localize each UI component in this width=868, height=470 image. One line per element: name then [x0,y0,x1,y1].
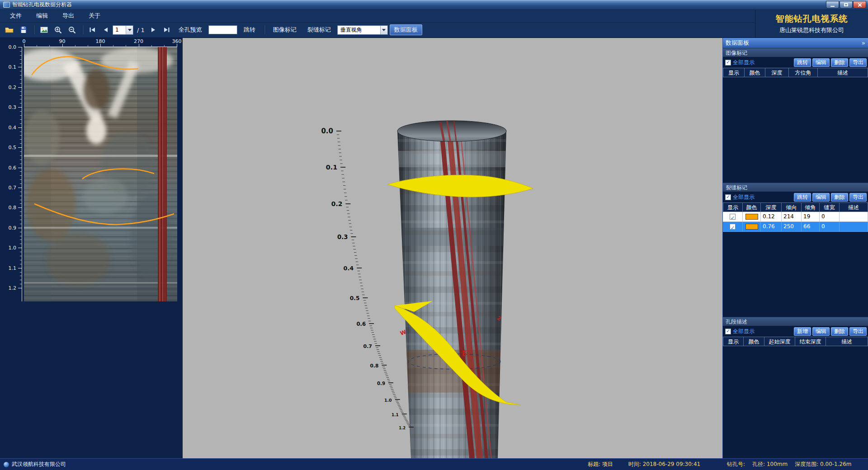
prev-page-button[interactable] [100,24,111,35]
svg-text:0.8: 0.8 [370,363,379,368]
collapse-panel-icon[interactable]: » [861,39,865,47]
row-show-cell [723,222,743,232]
last-page-button[interactable] [161,24,172,35]
image-marks-show-all-checkbox[interactable] [725,60,731,66]
menu-file[interactable]: 文件 [4,10,28,21]
last-page-icon [163,27,170,33]
row-color-swatch[interactable] [745,214,758,220]
segments-show-all-checkbox[interactable] [725,329,731,334]
svg-text:0.7: 0.7 [363,343,372,349]
crack-mark-row[interactable]: 0.76250660 [723,222,868,232]
svg-text:1.2: 1.2 [399,426,406,430]
row-dip-direction-cell: 214 [782,212,802,222]
depth-tick-label: 1.2 [9,285,17,291]
image-marks-delete-button[interactable]: 删除 [831,58,848,67]
view-angle-select[interactable]: 垂直视角 [337,25,388,35]
core-top-face [397,121,506,141]
image-marks-edit-button[interactable]: 编辑 [812,58,830,67]
svg-text:0.0: 0.0 [321,127,333,135]
red-vein-stripe-2d [158,47,167,301]
image-marks-table-body [723,77,868,183]
image-marks-show-all[interactable]: 全部显示 [725,59,755,66]
full-preview-button[interactable]: 全孔预览 [174,24,207,35]
show-all-label: 全部显示 [733,328,755,335]
statusbar: 武汉领航科技有限公司 标题: 项目 时间: 2018-06-29 09:30:4… [0,458,868,470]
crack-marks-section: 裂缝标记 全部显示 跳转 编辑 删除 导出 显示 颜色 [723,183,868,317]
row-color-swatch[interactable] [745,224,758,230]
segments-delete-button[interactable]: 删除 [831,327,848,336]
segments-show-all[interactable]: 全部显示 [725,328,755,335]
segments-table-header: 显示 颜色 起始深度 结束深度 描述 [723,337,868,346]
crack-marks-show-all[interactable]: 全部显示 [725,193,755,201]
borehole-core-cylinder[interactable] [377,119,531,458]
depth-scale-2d: 0.00.10.20.30.40.50.60.70.80.91.01.11.2 [0,47,24,318]
menubar: 文件 编辑 导出 关于 [0,10,755,23]
app-window: 智能钻孔电视数据分析器 文件 编辑 导出 关于 [0,0,868,470]
toolbar-separator [33,25,34,34]
window-controls [826,1,866,9]
brand-company: 唐山莱锐思科技有限公司 [779,26,844,34]
row-color-cell [743,212,761,222]
col-end-depth: 结束深度 [795,337,826,346]
menu-about[interactable]: 关于 [82,10,107,21]
col-azimuth: 方位角 [789,68,818,77]
data-panel-toggle-button[interactable]: 数据面板 [390,24,422,35]
preview-image-button[interactable] [38,24,50,35]
company-name: 武汉领航科技有限公司 [12,461,66,468]
brand-title: 智能钻孔电视系统 [776,13,848,25]
viewport-3d[interactable]: 0.00.10.20.30.40.50.60.70.80.91.01.11.2 … [183,38,722,458]
row-visible-checkbox[interactable] [730,224,736,230]
row-dip-angle-cell: 66 [802,222,820,232]
image-marks-export-button[interactable]: 导出 [849,58,867,67]
open-file-button[interactable] [3,24,16,35]
segments-export-button[interactable]: 导出 [849,327,867,336]
crack-marks-delete-button[interactable]: 删除 [831,193,848,202]
image-marks-jump-button[interactable]: 跳转 [794,58,811,67]
image-marks-button[interactable]: 图像标记 [269,24,301,35]
svg-text:0.3: 0.3 [337,234,348,240]
crack-marks-jump-button[interactable]: 跳转 [794,193,811,202]
data-panel-header[interactable]: 数据面板 » [723,38,868,48]
segments-edit-button[interactable]: 编辑 [812,327,830,336]
jump-button[interactable]: 跳转 [239,24,260,35]
minimize-button[interactable] [826,1,839,9]
col-dip-direction: 倾向 [782,202,802,212]
col-color: 颜色 [745,68,765,77]
next-page-button[interactable] [148,24,159,35]
toolbar: 1 / 1 全孔预览 跳转 图像标记 裂缝标记 垂直视角 [0,23,755,38]
borehole-unrolled-image[interactable] [24,47,177,301]
zoom-in-button[interactable] [52,24,64,35]
crack-rows-body: 0.122141900.76250660 [723,212,868,317]
toolbar-separator [264,25,264,34]
crack-marks-button[interactable]: 裂缝标记 [303,24,335,35]
svg-text:0.5: 0.5 [350,295,360,301]
page-select-value: 1 [115,27,119,33]
row-dip-direction-cell: 250 [782,222,802,232]
maximize-button[interactable] [840,1,853,9]
zoom-out-button[interactable] [66,24,78,35]
depth-tick-label: 0.2 [9,84,17,90]
image-marks-header: 图像标记 [723,48,868,57]
segments-add-button[interactable]: 新增 [794,327,811,336]
col-crack-width: 缝宽 [820,202,840,212]
menu-edit[interactable]: 编辑 [30,10,54,21]
crack-marks-edit-button[interactable]: 编辑 [812,193,830,202]
row-desc-cell [840,222,868,232]
save-button[interactable] [18,24,29,35]
image-marks-table-header: 显示 颜色 深度 方位角 描述 [723,68,868,77]
crack-mark-row[interactable]: 0.12214190 [723,212,868,222]
image-marks-section: 图像标记 全部显示 跳转 编辑 删除 导出 显示 颜色 [723,48,868,183]
crack-marks-show-all-checkbox[interactable] [725,194,731,200]
crack-marks-export-button[interactable]: 导出 [849,193,867,202]
borehole-3d-render: 0.00.10.20.30.40.50.60.70.80.91.01.11.2 … [183,38,722,458]
page-select[interactable]: 1 [113,25,133,35]
row-crack-width-cell: 0 [820,212,840,222]
first-page-button[interactable] [87,24,98,35]
app-icon [3,2,10,8]
segments-header: 孔段描述 [723,317,868,326]
jump-input[interactable] [208,25,237,34]
close-button[interactable] [853,1,866,9]
menu-export[interactable]: 导出 [56,10,80,21]
col-desc: 描述 [826,337,868,346]
row-visible-checkbox[interactable] [730,214,736,220]
